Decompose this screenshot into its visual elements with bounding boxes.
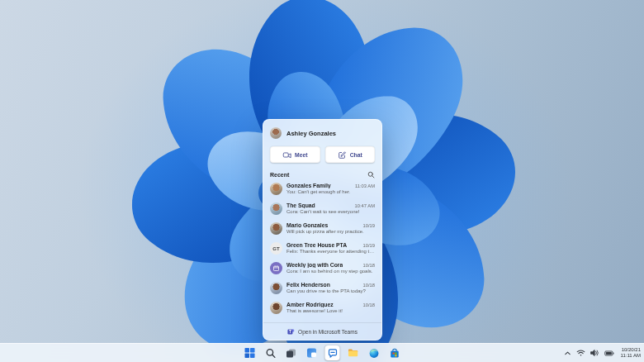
conversation-text: Mario Gonzales10/19 Will pick up pizza a… [286,222,375,234]
user-name: Ashley Gonzales [286,130,336,137]
search-icon [265,348,276,359]
conversation-text: Felix Henderson10/18 Can you drive me to… [286,282,375,293]
speaker-icon [590,349,599,357]
edge-icon [368,348,379,359]
chat-label: Chat [350,152,362,158]
conversation-preview: Can you drive me to the PTA today? [286,288,375,293]
tray-date: 10/20/21 [621,347,641,353]
avatar [270,202,282,215]
conversation-time: 10/18 [359,283,375,288]
conversation-name: Weekly jog with Cora [286,262,343,268]
conversation-name: Amber Rodriguez [286,302,334,307]
battery-icon [604,350,614,357]
conversation-text: Amber Rodriguez10/18 That is awesome! Lo… [286,302,375,313]
recent-section-header: Recent [270,171,375,179]
meet-button[interactable]: Meet [270,146,320,163]
avatar [270,302,282,314]
wifi-icon [576,349,585,357]
conversation-name: The Squad [286,202,315,208]
hidden-icons-chevron[interactable] [564,350,571,357]
recent-title: Recent [270,172,289,178]
task-view-icon [286,347,297,359]
conversation-the-squad[interactable]: The Squad10:47 AM Cora: Can't wait to se… [270,200,375,220]
conversation-list: Gonzales Family11:03 AM You: Can't get e… [270,180,375,322]
teams-chat-flyout: Ashley Gonzales Meet Chat Recent G [263,119,382,341]
conversation-time: 10/18 [359,302,375,307]
conversation-preview: You: Can't get enough of her. [286,189,375,194]
conversation-preview: That is awesome! Love it! [286,308,375,313]
conversation-preview: Cora: I am so behind on my step goals. [286,269,375,274]
flyout-header: Ashley Gonzales [270,126,375,140]
battery-button[interactable] [604,350,614,357]
file-explorer-button[interactable] [346,345,361,360]
windows-logo-icon [244,347,256,359]
avatar [270,282,282,294]
conversation-text: Gonzales Family11:03 AM You: Can't get e… [286,183,375,194]
wifi-button[interactable] [576,349,585,357]
system-tray: 10/20/21 11:11 AM [564,344,641,362]
conversation-mario-gonzales[interactable]: Mario Gonzales10/19 Will pick up pizza a… [270,220,375,240]
conversation-time: 10:47 AM [352,203,376,208]
conversation-name: Mario Gonzales [286,222,328,228]
taskbar-clock[interactable]: 10/20/21 11:11 AM [619,347,641,359]
svg-text:T: T [289,330,291,334]
widgets-icon [306,347,318,359]
conversation-amber-rodriguez[interactable]: Amber Rodriguez10/18 That is awesome! Lo… [270,299,375,319]
conversation-time: 10/19 [359,243,375,248]
task-view-button[interactable] [284,345,299,360]
chevron-up-icon [564,350,571,357]
desktop: { "colors":{"accent":"#3f478e","bloom_da… [0,0,644,362]
calendar-icon [272,264,280,272]
conversation-weekly-jog[interactable]: Weekly jog with Cora10/18 Cora: I am so … [270,260,375,279]
avatar-initials: GT [270,242,282,255]
conversation-name: Gonzales Family [286,183,331,188]
conversation-text: Green Tree House PTA10/19 Felix: Thanks … [286,242,375,254]
conversation-time: 10/19 [359,223,375,228]
conversation-time: 11:03 AM [352,183,375,188]
conversation-time: 10/18 [359,263,375,268]
search-icon[interactable] [367,171,375,179]
conversation-preview: Will pick up pizza after my practice. [286,229,375,234]
avatar [270,183,282,195]
open-in-teams-button[interactable]: T Open in Microsoft Teams [263,322,381,340]
conversation-name: Felix Henderson [286,282,330,288]
taskbar: 10/20/21 11:11 AM [0,343,644,362]
avatar [270,262,282,274]
user-avatar[interactable] [270,127,282,139]
meet-label: Meet [295,152,308,158]
conversation-text: Weekly jog with Cora10/18 Cora: I am so … [286,262,375,274]
tray-time: 11:11 AM [621,353,641,359]
compose-icon [338,150,347,160]
search-button[interactable] [263,345,278,360]
chat-button[interactable]: Chat [325,146,376,163]
conversation-preview: Felix: Thanks everyone for attending tod… [286,249,375,254]
edge-button[interactable] [367,345,381,360]
conversation-gonzales-family[interactable]: Gonzales Family11:03 AM You: Can't get e… [270,180,375,200]
folder-icon [348,347,359,359]
microsoft-store-icon [389,348,400,359]
conversation-preview: Cora: Can't wait to see everyone! [286,209,375,214]
conversation-felix-henderson[interactable]: Felix Henderson10/18 Can you drive me to… [270,279,375,299]
action-buttons: Meet Chat [270,146,375,163]
start-button[interactable] [243,345,258,360]
taskbar-center-icons [243,344,402,362]
widgets-button[interactable] [305,345,320,360]
video-camera-icon [282,150,291,160]
store-button[interactable] [387,345,402,360]
conversation-text: The Squad10:47 AM Cora: Can't wait to se… [286,202,375,214]
conversation-green-tree-house-pta[interactable]: GT Green Tree House PTA10/19 Felix: Than… [270,240,375,260]
open-in-teams-label: Open in Microsoft Teams [298,329,358,335]
teams-chat-icon [327,348,338,359]
volume-button[interactable] [590,349,599,357]
avatar [270,222,282,235]
conversation-name: Green Tree House PTA [286,242,347,248]
chat-button-taskbar[interactable] [325,345,340,360]
teams-logo-icon: T [287,328,295,336]
